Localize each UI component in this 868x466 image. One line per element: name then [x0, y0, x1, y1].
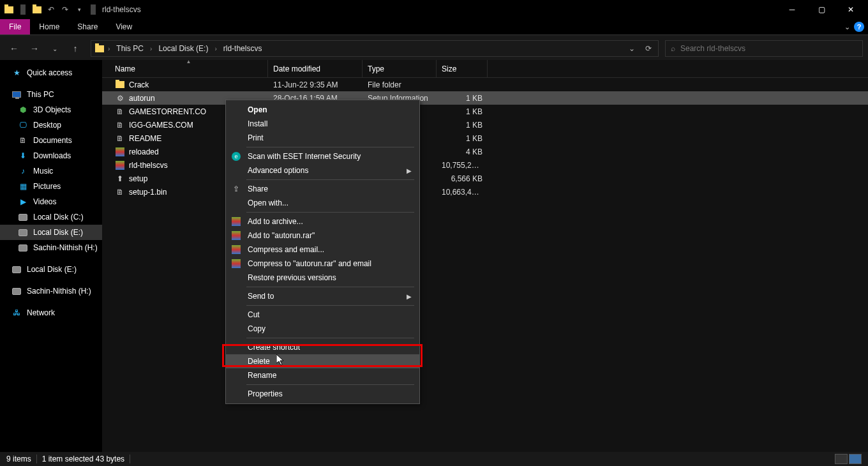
context-advanced-options[interactable]: Advanced options▶: [226, 163, 419, 177]
recent-locations-button[interactable]: ⌄: [46, 40, 64, 57]
sidebar-local-disk-e[interactable]: Local Disk (E:): [0, 262, 102, 277]
details-view-button[interactable]: [835, 454, 848, 464]
context-menu: Open Install Print eScan with ESET Inter…: [225, 100, 420, 404]
drive-icon: [18, 212, 28, 222]
exe-file-icon: ⬆: [115, 174, 125, 184]
address-bar[interactable]: › This PC › Local Disk (E:) › rld-thelsc…: [91, 40, 659, 57]
app-file-icon: [115, 147, 125, 157]
sidebar-item-local-disk-e[interactable]: Local Disk (E:): [0, 225, 102, 240]
sidebar-item-pictures[interactable]: ▦Pictures: [0, 179, 102, 194]
context-open-with[interactable]: Open with...: [226, 196, 419, 210]
file-row-autorun[interactable]: ⚙autorun 28-Oct-16 1:59 AM Setup Informa…: [102, 91, 868, 105]
sidebar-item-sachin-nithish-h[interactable]: Sachin-Nithish (H:): [0, 240, 102, 255]
column-size[interactable]: Size: [437, 60, 488, 77]
file-row-reloaded[interactable]: reloaded atio...4 KB: [102, 145, 868, 158]
share-icon: ⇪: [231, 184, 241, 194]
help-icon[interactable]: ?: [854, 22, 864, 32]
file-row-setup[interactable]: ⬆setup 6,566 KB: [102, 172, 868, 185]
context-cut[interactable]: Cut: [226, 308, 419, 322]
sidebar-item-desktop[interactable]: 🖵Desktop: [0, 117, 102, 133]
drive-icon: [18, 227, 28, 237]
file-row-rld-thelscvs[interactable]: rld-thelscvs e10,755,264 ...: [102, 158, 868, 172]
minimize-button[interactable]: ─: [777, 0, 807, 19]
status-bar: 9 items 1 item selected 43 bytes: [0, 452, 868, 466]
address-dropdown-button[interactable]: ⌄: [624, 40, 640, 57]
context-compress-and-email[interactable]: Compress and email...: [226, 243, 419, 257]
sidebar-item-local-disk-c[interactable]: Local Disk (C:): [0, 209, 102, 225]
status-selection: 1 item selected 43 bytes: [42, 455, 124, 463]
file-rows: Crack 11-Jun-22 9:35 AM File folder ⚙aut…: [102, 78, 868, 199]
context-open[interactable]: Open: [226, 103, 419, 117]
close-button[interactable]: ✕: [836, 0, 865, 19]
file-row-setup-1-bin[interactable]: 🗎setup-1.bin 10,663,487 ...: [102, 185, 868, 199]
column-type[interactable]: Type: [363, 60, 437, 77]
sort-asc-icon: ▲: [186, 59, 191, 64]
refresh-button[interactable]: ⟳: [640, 40, 657, 57]
drive-icon: [11, 264, 22, 274]
context-send-to[interactable]: Send to▶: [226, 289, 419, 303]
breadcrumb-folder[interactable]: rld-thelscvs: [218, 41, 267, 56]
chevron-down-icon[interactable]: ▾: [74, 4, 84, 15]
folder-icon[interactable]: [32, 4, 42, 15]
file-row-gamestorrent[interactable]: 🗎GAMESTORRENT.CO ut1 KB: [102, 105, 868, 118]
context-copy[interactable]: Copy: [226, 322, 419, 336]
redo-icon[interactable]: ↷: [60, 4, 70, 15]
sidebar-network[interactable]: 🖧Network: [0, 305, 102, 320]
eset-icon: e: [231, 151, 241, 162]
thumbnails-view-button[interactable]: [849, 454, 862, 464]
winrar-icon: [231, 216, 241, 227]
context-compress-to-rar-and-email[interactable]: Compress to "autorun.rar" and email: [226, 257, 419, 271]
context-delete[interactable]: Delete: [226, 354, 419, 368]
file-row-readme[interactable]: 🗎README t1 KB: [102, 132, 868, 145]
star-icon: ★: [11, 68, 22, 78]
download-icon: ⬇: [18, 151, 28, 161]
context-create-shortcut[interactable]: Create shortcut: [226, 340, 419, 354]
column-date-modified[interactable]: Date modified: [268, 60, 363, 77]
sidebar-this-pc[interactable]: This PC: [0, 87, 102, 102]
navigation-pane: ★ Quick access This PC ⬢3D Objects 🖵Desk…: [0, 60, 102, 458]
breadcrumb-drive[interactable]: Local Disk (E:): [153, 41, 213, 56]
context-rename[interactable]: Rename: [226, 368, 419, 382]
winrar-icon: [231, 244, 241, 255]
sidebar-item-videos[interactable]: ▶Videos: [0, 194, 102, 209]
sidebar-item-music[interactable]: ♪Music: [0, 163, 102, 179]
maximize-button[interactable]: ▢: [807, 0, 836, 19]
context-add-to-autorun-rar[interactable]: Add to "autorun.rar": [226, 229, 419, 243]
sidebar-item-documents[interactable]: 🗎Documents: [0, 133, 102, 148]
tab-home[interactable]: Home: [30, 19, 68, 34]
up-button[interactable]: ↑: [66, 40, 84, 57]
context-restore-previous[interactable]: Restore previous versions: [226, 271, 419, 285]
chevron-right-icon: ▶: [407, 293, 412, 300]
context-add-to-archive[interactable]: Add to archive...: [226, 214, 419, 229]
context-share[interactable]: ⇪Share: [226, 182, 419, 196]
context-eset-scan[interactable]: eScan with ESET Internet Security: [226, 149, 419, 163]
sidebar-item-downloads[interactable]: ⬇Downloads: [0, 148, 102, 163]
context-install[interactable]: Install: [226, 117, 419, 131]
app-file-icon: [115, 160, 125, 170]
chevron-down-icon[interactable]: ⌄: [844, 23, 850, 31]
file-row-crack[interactable]: Crack 11-Jun-22 9:35 AM File folder: [102, 78, 868, 91]
search-input[interactable]: [680, 44, 857, 53]
sidebar-quick-access[interactable]: ★ Quick access: [0, 65, 102, 80]
context-properties[interactable]: Properties: [226, 387, 419, 401]
breadcrumb-pc[interactable]: This PC: [111, 41, 149, 56]
winrar-icon: [231, 259, 241, 269]
file-row-igg-games[interactable]: 🗎IGG-GAMES.COM ut1 KB: [102, 118, 868, 132]
title-bar: ↶ ↷ ▾ rld-thelscvs ─ ▢ ✕: [0, 0, 868, 19]
winrar-icon: [231, 230, 241, 241]
document-icon: 🗎: [18, 135, 28, 146]
drive-icon: [11, 286, 22, 296]
column-name[interactable]: ▲Name: [110, 60, 268, 77]
forward-button[interactable]: →: [26, 40, 43, 57]
tab-share[interactable]: Share: [68, 19, 107, 34]
bin-file-icon: 🗎: [115, 187, 125, 197]
search-box[interactable]: ⌕: [665, 40, 863, 57]
tab-file[interactable]: File: [0, 19, 30, 34]
context-print[interactable]: Print: [226, 131, 419, 145]
tab-view[interactable]: View: [107, 19, 141, 34]
sidebar-item-3d-objects[interactable]: ⬢3D Objects: [0, 102, 102, 117]
undo-icon[interactable]: ↶: [46, 4, 56, 15]
sidebar-sachin-nithish-h[interactable]: Sachin-Nithish (H:): [0, 283, 102, 299]
file-list-pane: ▲Name Date modified Type Size Crack 11-J…: [102, 60, 868, 458]
back-button[interactable]: ←: [5, 40, 23, 57]
